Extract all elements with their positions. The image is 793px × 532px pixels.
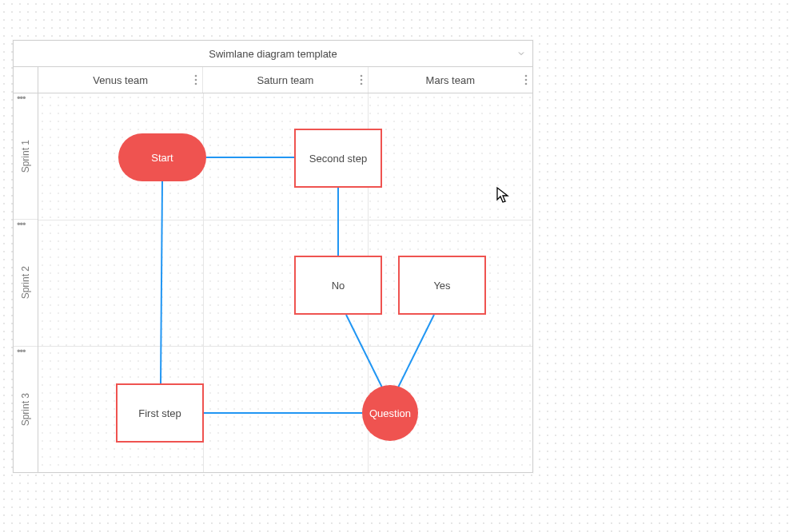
node-label: No [332,280,345,292]
svg-point-5 [360,83,362,85]
diagram-title: Swimlane diagram template [209,48,337,60]
row-header-label: Sprint 2 [14,220,38,345]
row-header-sprint3[interactable]: ••• Sprint 3 [14,347,38,472]
node-label: First step [138,407,181,419]
chevron-down-icon[interactable] [516,41,526,66]
kebab-icon[interactable] [360,67,363,93]
column-header-row: Venus team Saturn team Mars team [14,67,532,93]
svg-point-2 [195,83,197,85]
edge-question-yes [398,315,434,387]
svg-point-8 [525,83,528,85]
node-second-step[interactable]: Second step [294,129,382,188]
kebab-icon[interactable] [524,67,528,93]
row-header-sprint1[interactable]: ••• Sprint 1 [14,93,38,220]
node-label: Start [151,152,173,164]
row-header-label: Sprint 1 [14,93,38,219]
node-label: Question [369,407,411,419]
svg-point-4 [360,79,362,81]
node-first-step[interactable]: First step [116,383,204,443]
svg-point-1 [195,79,197,81]
row-header-column: ••• Sprint 1 ••• Sprint 2 ••• Sprint 3 [14,93,38,472]
svg-point-3 [360,75,362,77]
svg-point-7 [525,79,528,81]
kebab-icon[interactable] [194,67,197,93]
swimlane-canvas[interactable]: Start Second step No Yes First step Ques… [38,93,532,472]
column-header-venus[interactable]: Venus team [38,67,203,93]
diagram-title-bar[interactable]: Swimlane diagram template [14,41,532,67]
column-header-saturn[interactable]: Saturn team [203,67,368,93]
swimlane-diagram: Swimlane diagram template Venus team Sat… [13,40,533,473]
node-yes[interactable]: Yes [398,256,486,315]
header-corner-cell [14,67,38,93]
edge-start-first [161,181,162,383]
row-header-sprint2[interactable]: ••• Sprint 2 [14,220,38,346]
node-label: Yes [433,280,450,292]
edge-question-no [346,315,382,387]
svg-point-6 [525,75,528,77]
row-header-label: Sprint 3 [14,347,38,472]
column-header-mars[interactable]: Mars team [369,67,532,93]
column-header-label: Venus team [93,74,148,86]
mouse-cursor-icon [496,186,510,204]
node-start[interactable]: Start [118,133,206,181]
svg-point-0 [195,75,197,77]
node-no[interactable]: No [294,256,382,315]
column-header-label: Saturn team [257,74,314,86]
column-header-label: Mars team [426,74,475,86]
swimlane-body: ••• Sprint 1 ••• Sprint 2 ••• Sprint 3 [14,93,532,472]
node-question[interactable]: Question [362,385,418,441]
node-label: Second step [309,153,367,165]
